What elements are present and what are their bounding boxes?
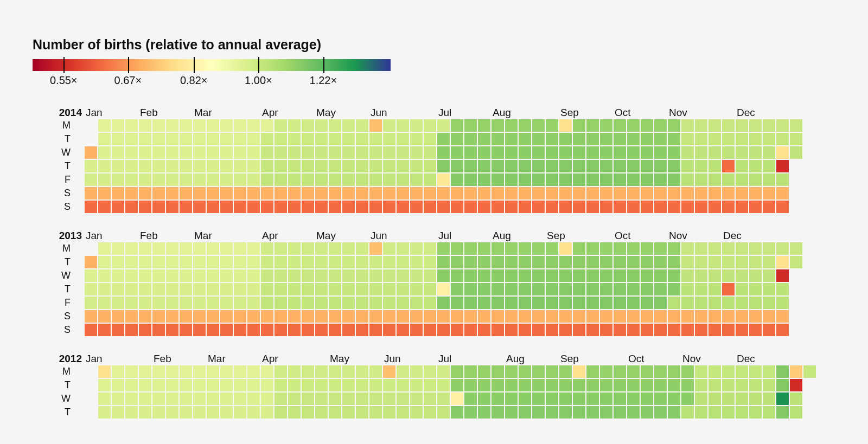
heatmap-cell [695,160,707,172]
heatmap-cell [492,283,504,295]
heatmap-rows: MTWTFSS [33,242,835,337]
heatmap-cell [709,310,721,323]
heatmap-cell [125,310,138,323]
heatmap-cell [559,160,572,172]
heatmap-row: W [33,269,835,282]
heatmap-cell [369,310,382,323]
heatmap-cell [180,242,192,255]
heatmap-cell [573,187,585,200]
heatmap-cell [112,324,124,336]
heatmap-cell [519,269,531,282]
heatmap-cell [356,201,368,213]
heatmap-cell [180,133,192,145]
heatmap-cell [275,201,287,213]
heatmap-cell [681,297,694,309]
heatmap-cell [654,242,667,255]
heatmap-cell [302,324,314,336]
month-label: May [330,353,349,365]
heatmap-cell [451,146,463,159]
heatmap-cell [668,310,680,323]
heatmap-cell [668,173,680,186]
heatmap-row-cells [85,173,835,186]
heatmap-cell [709,365,721,378]
heatmap-cell [152,283,165,295]
heatmap-cell [790,119,802,132]
heatmap-cell [275,283,287,295]
heatmap-cell [464,133,477,145]
heatmap-cell [180,187,192,200]
heatmap-cell [220,310,233,323]
heatmap-cell [505,297,518,309]
heatmap-cell [193,146,206,159]
heatmap-cell [112,283,124,295]
heatmap-cell [573,133,585,145]
month-label: Aug [493,230,511,242]
heatmap-cell [451,283,463,295]
weekday-label: F [33,174,85,185]
month-label: Nov [669,230,687,242]
heatmap-cell [586,201,599,213]
heatmap-cell [275,392,287,405]
heatmap-cell [776,392,789,405]
heatmap-cell [139,256,151,268]
heatmap-cell [641,379,653,391]
heatmap-cell [98,269,111,282]
heatmap-cell [166,160,178,172]
heatmap-cell [315,310,328,323]
heatmap-cell [627,297,640,309]
heatmap-cell [112,406,124,419]
heatmap-cell [383,297,395,309]
heatmap-cell [166,201,178,213]
heatmap-row-cells [85,132,835,146]
heatmap-cell [152,269,165,282]
year-label: 2012 [59,353,82,365]
heatmap-cell [736,160,748,172]
heatmap-cell [166,297,178,309]
heatmap-cell [329,242,341,255]
heatmap-cell [749,160,762,172]
heatmap-row-cells [85,119,835,132]
heatmap-cell [247,392,260,405]
heatmap-cell [193,119,206,132]
heatmap-cell [614,269,626,282]
heatmap-cell [207,406,219,419]
heatmap-cell [668,365,680,378]
heatmap-cell [247,297,260,309]
heatmap-cell [722,297,735,309]
heatmap-cell [532,324,545,336]
heatmap-cell [98,324,111,336]
heatmap-cell [369,160,382,172]
heatmap-cell [410,297,423,309]
heatmap-cell [668,201,680,213]
heatmap-cell [180,392,192,405]
heatmap-cell [220,201,233,213]
heatmap-cell [125,242,138,255]
heatmap-cell [342,283,355,295]
heatmap-rows: MTWTFSS [33,119,835,214]
month-label: Mar [208,353,226,365]
heatmap-cell [315,297,328,309]
heatmap-cell [180,256,192,268]
legend-gradient [33,59,391,71]
heatmap-cell [369,173,382,186]
heatmap-cell [749,379,762,391]
weekday-label: M [33,366,85,377]
heatmap-cell [247,269,260,282]
heatmap-cell [410,392,423,405]
heatmap-cell [776,201,789,213]
heatmap-cell [397,310,409,323]
heatmap-cell [709,133,721,145]
heatmap-cell [776,269,789,282]
heatmap-cell [315,160,328,172]
heatmap-cell [437,283,450,295]
heatmap-cell [139,365,151,378]
heatmap-cell [709,173,721,186]
heatmap-cell [695,365,707,378]
heatmap-cell [668,119,680,132]
heatmap-cell [600,324,612,336]
heatmap-cell [288,133,301,145]
heatmap-cell [451,256,463,268]
heatmap-cell [410,283,423,295]
heatmap-cell [627,242,640,255]
heatmap-cell [749,173,762,186]
